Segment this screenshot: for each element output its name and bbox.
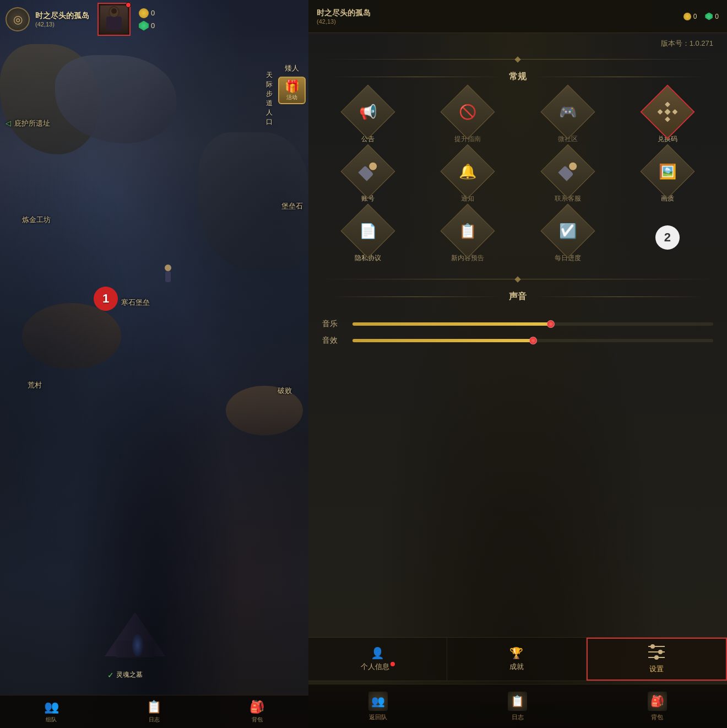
personal-info-label: 个人信息 — [361, 662, 395, 672]
right-top-currency: 0 0 — [683, 13, 719, 20]
activity-button[interactable]: 🎁 活动 — [278, 77, 306, 104]
activity-label: 活动 — [286, 94, 297, 101]
achievement-button[interactable]: 🏆 成就 — [447, 638, 586, 681]
right-team-icon-glyph: 👥 — [371, 694, 385, 708]
label-cold-castle: 寒石堡垒 — [121, 298, 150, 308]
dwarf-label: 矮人 — [285, 63, 299, 73]
step-2-circle: 2 — [655, 225, 680, 250]
label-ruin-village: 荒村 — [28, 380, 42, 390]
right-nav-team[interactable]: 👥 返回队 — [360, 689, 396, 724]
gem-icon — [139, 21, 149, 31]
personal-info-dot — [390, 662, 395, 666]
boost-icon: 🚫 — [459, 104, 476, 121]
right-bag-icon: 🎒 — [648, 692, 667, 711]
avatar-figure-svg — [102, 6, 126, 33]
checkmark-icon: ✓ — [107, 671, 114, 680]
privacy-icon: 📄 — [359, 223, 377, 240]
log-icon: 📋 — [147, 700, 161, 714]
right-top-bar: 时之尽头的孤岛 (42,13) 0 0 — [308, 0, 727, 33]
achievement-icon: 🏆 — [509, 646, 523, 660]
right-settings-panel: 时之尽头的孤岛 (42,13) 0 0 版本号：1.0.271 常规 📢 — [308, 0, 727, 728]
shelter-arrow: ◁ — [6, 119, 11, 127]
right-nav-log-label: 日志 — [512, 713, 524, 721]
right-gem-value: 0 — [715, 13, 719, 20]
location-name-left: 时之尽头的孤岛 — [35, 11, 89, 21]
right-coin-display: 0 — [683, 13, 697, 20]
right-nav-bag-label: 背包 — [651, 713, 663, 721]
char-body — [165, 271, 171, 282]
right-bag-icon-glyph: 🎒 — [650, 694, 664, 708]
right-coin-icon — [683, 13, 691, 20]
settings-lines — [648, 644, 665, 660]
diamond-gem-sound — [514, 276, 520, 282]
announcement-icon: 📢 — [359, 104, 377, 121]
sound-section-title: 声音 — [501, 291, 535, 303]
right-bottom-nav: 👥 返回队 📋 日志 🎒 背包 — [308, 684, 727, 728]
left-nav-log[interactable]: 📋 日志 — [147, 700, 161, 724]
right-hud-items: 矮人 🎁 活动 — [278, 63, 306, 104]
account-icon — [352, 156, 384, 187]
svg-rect-1 — [106, 17, 122, 30]
personal-info-button[interactable]: 👤 个人信息 — [308, 638, 447, 681]
right-location-name: 时之尽头的孤岛 — [317, 8, 371, 18]
avatar-box[interactable] — [97, 3, 131, 36]
settings-line-3 — [648, 657, 665, 658]
ruin-mound — [22, 303, 121, 369]
music-slider-track[interactable] — [352, 322, 713, 326]
personal-info-icon: 👤 — [371, 646, 384, 660]
right-log-icon-glyph: 📋 — [511, 694, 524, 708]
left-nav-bag[interactable]: 🎒 背包 — [249, 700, 264, 724]
right-nav-log[interactable]: 📋 日志 — [500, 689, 535, 724]
preview-icon: 📋 — [459, 223, 476, 240]
daily-icon: ☑️ — [559, 223, 577, 240]
soul-light-effect — [132, 634, 143, 656]
soul-tomb-label: ✓ 灵魂之墓 — [107, 670, 143, 680]
currency-area: 0 0 — [139, 8, 155, 31]
right-location-coords: (42,13) — [317, 18, 371, 25]
effect-slider-thumb[interactable] — [529, 337, 537, 344]
compass-icon: ◎ — [13, 13, 23, 26]
right-gem-icon — [705, 13, 713, 20]
gem-display: 0 — [139, 21, 155, 31]
right-nav-team-label: 返回队 — [369, 713, 387, 721]
char-head — [165, 265, 171, 271]
player-character — [160, 265, 176, 292]
left-nav-team[interactable]: 👥 组队 — [44, 700, 59, 724]
location-info: 时之尽头的孤岛 (42,13) — [35, 11, 89, 28]
sound-section-title-bar: 声音 — [319, 287, 716, 307]
label-mine: 炼金工坊 — [22, 215, 51, 225]
settings-line-2 — [648, 651, 665, 652]
avatar-inner — [100, 6, 128, 33]
team-icon: 👥 — [44, 700, 59, 714]
label-shelter: ◁ 庇护所遗址 — [6, 118, 50, 128]
coin-icon — [139, 8, 149, 18]
step2-area: 2 — [622, 212, 713, 263]
settings-label: 设置 — [649, 664, 664, 674]
compass-button[interactable]: ◎ — [6, 7, 30, 31]
bag-icon: 🎒 — [249, 700, 264, 714]
location-coords-left: (42,13) — [35, 21, 89, 28]
achievement-label: 成就 — [509, 662, 524, 672]
general-section-title-bar: 常规 — [319, 67, 716, 87]
left-top-hud: ◎ 时之尽头的孤岛 (42,13) 0 — [0, 0, 308, 39]
version-bar: 版本号：1.0.271 — [308, 33, 727, 51]
label-tower-stone: 堡垒石 — [281, 201, 303, 211]
step-1-circle: 1 — [94, 287, 118, 311]
quality-icon: 🖼️ — [659, 163, 676, 180]
skybridge-label: 天际步道人口 — [266, 71, 273, 127]
support-icon — [552, 156, 583, 187]
effect-slider-track[interactable] — [352, 339, 713, 342]
diamond-gem-top — [514, 56, 520, 62]
settings-button[interactable]: 设置 — [587, 638, 727, 681]
qr-icon — [657, 102, 677, 122]
music-slider-thumb[interactable] — [547, 320, 555, 328]
left-bottom-nav: 👥 组队 📋 日志 🎒 背包 — [0, 695, 308, 728]
settings-line-1 — [648, 646, 665, 647]
version-label: 版本号：1.0.271 — [661, 39, 713, 47]
coin-display: 0 — [139, 8, 155, 18]
left-game-panel: ◎ 时之尽头的孤岛 (42,13) 0 — [0, 0, 308, 728]
right-gem-display: 0 — [705, 13, 719, 20]
right-nav-bag[interactable]: 🎒 背包 — [639, 689, 675, 724]
music-slider-fill — [352, 322, 551, 326]
general-section-title: 常规 — [501, 71, 535, 83]
